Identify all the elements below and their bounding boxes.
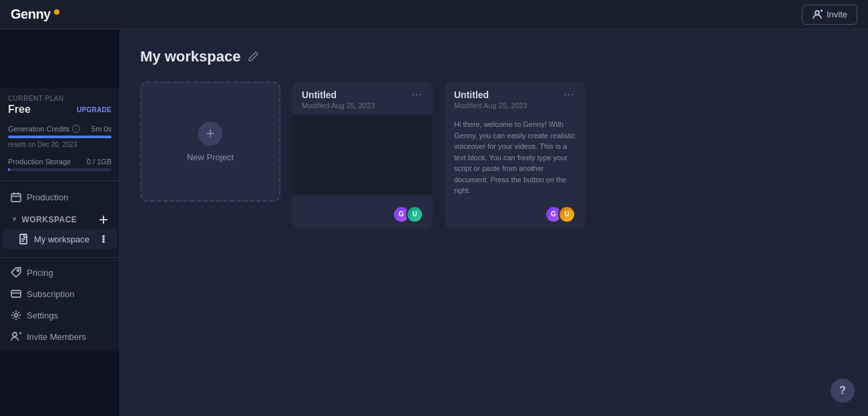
svg-point-13: [103, 238, 104, 240]
project-card-1-footer: G U: [292, 200, 433, 228]
project-card-2[interactable]: Untitled Modified Aug 25, 2023 ⋯ Hi ther…: [445, 81, 585, 228]
svg-point-15: [17, 270, 19, 272]
workspace-header[interactable]: ▲ Workspace: [3, 210, 117, 229]
avatar-4: U: [558, 206, 576, 223]
subscription-icon: [11, 288, 21, 299]
invite-button[interactable]: Invite: [802, 5, 857, 25]
production-label: Production: [27, 192, 68, 202]
subscription-label: Subscription: [27, 289, 75, 299]
storage-progress-bar: [8, 168, 112, 171]
resets-text: resets on Dec 20, 2023: [8, 141, 112, 148]
storage-section: Production Storage 0 / 1GB: [0, 154, 120, 181]
topbar: Genny Invite: [0, 0, 868, 29]
project-card-1[interactable]: Untitled Modified Aug 25, 2023 ⋯ G U: [292, 81, 433, 228]
sidebar-thumbnail: [0, 29, 120, 88]
project-card-2-date: Modified Aug 25, 2023: [454, 101, 527, 110]
svg-point-19: [13, 333, 17, 337]
main-layout: Current Plan Free UPGRADE Generation Cre…: [0, 29, 868, 416]
project-card-2-title: Untitled: [454, 89, 527, 100]
sidebar: Current Plan Free UPGRADE Generation Cre…: [0, 29, 120, 416]
svg-rect-16: [11, 290, 21, 297]
logo-text: Genny: [11, 7, 51, 22]
sidebar-item-pricing[interactable]: Pricing: [3, 262, 117, 283]
invite-members-label: Invite Members: [27, 332, 86, 342]
credits-value: 5m 0s: [91, 125, 112, 133]
svg-point-18: [15, 314, 18, 317]
invite-members-icon: [11, 331, 21, 342]
sidebar-item-workspace[interactable]: My workspace: [3, 229, 117, 249]
new-project-card[interactable]: + New Project: [140, 81, 280, 202]
new-project-label: New Project: [187, 152, 234, 162]
calendar-icon: [11, 192, 21, 202]
sidebar-bottom-thumbnail: [0, 351, 120, 416]
project-card-1-preview: [292, 115, 433, 195]
project-card-2-header: Untitled Modified Aug 25, 2023 ⋯: [445, 81, 585, 115]
sidebar-item-subscription[interactable]: Subscription: [3, 283, 117, 304]
tag-icon: [11, 267, 21, 278]
chevron-up-icon: ▲: [11, 216, 17, 224]
project-card-2-footer: G U: [445, 200, 585, 228]
storage-value: 0 / 1GB: [87, 158, 112, 166]
credits-row: Generation Credits i 5m 0s: [8, 125, 112, 133]
info-icon: i: [72, 125, 80, 133]
workspace-header-left: ▲ Workspace: [11, 215, 77, 224]
svg-rect-3: [11, 194, 21, 202]
sidebar-nav: Production ▲ Workspace: [0, 181, 120, 257]
credits-label: Generation Credits i: [8, 125, 80, 133]
logo-dot: [54, 9, 59, 15]
content-header: My workspace: [140, 48, 848, 65]
avatar-group-1: G U: [393, 206, 423, 223]
sidebar-bottom: Pricing Subscription Settings: [0, 257, 120, 351]
cards-grid: + New Project Untitled Modified Aug 25, …: [140, 81, 848, 228]
svg-point-14: [103, 241, 104, 242]
svg-point-12: [103, 236, 104, 237]
plan-section: Current Plan Free UPGRADE: [0, 88, 120, 120]
file-icon: [19, 234, 29, 244]
add-workspace-icon[interactable]: [98, 214, 109, 225]
gear-icon: [11, 310, 21, 321]
pricing-label: Pricing: [27, 268, 53, 278]
workspace-more-icon[interactable]: [98, 234, 109, 244]
workspace-section: ▲ Workspace: [0, 208, 120, 252]
project-card-1-info: Untitled Modified Aug 25, 2023: [302, 89, 375, 110]
workspace-item-left: My workspace: [19, 234, 89, 244]
workspace-section-label: Workspace: [21, 215, 77, 224]
person-icon: [812, 9, 823, 20]
content-area: My workspace + New Project Untitled Modi…: [120, 29, 868, 416]
invite-button-label: Invite: [827, 9, 847, 19]
storage-progress-fill: [8, 168, 10, 171]
edit-icon[interactable]: [247, 51, 259, 63]
project-card-1-title: Untitled: [302, 89, 375, 100]
credits-progress-fill: [8, 136, 112, 138]
plan-row: Free UPGRADE: [8, 103, 112, 116]
sidebar-item-settings[interactable]: Settings: [3, 304, 117, 326]
sidebar-item-production[interactable]: Production: [3, 186, 117, 208]
settings-label: Settings: [27, 310, 58, 321]
upgrade-button[interactable]: UPGRADE: [77, 106, 112, 114]
project-card-2-info: Untitled Modified Aug 25, 2023: [454, 89, 527, 110]
logo: Genny: [11, 7, 59, 22]
plan-name: Free: [8, 103, 31, 116]
workspace-item-label: My workspace: [34, 234, 89, 244]
storage-label: Production Storage: [8, 158, 71, 166]
avatar-group-2: G U: [545, 206, 576, 223]
project-card-1-date: Modified Aug 25, 2023: [302, 101, 375, 110]
project-card-1-header: Untitled Modified Aug 25, 2023 ⋯: [292, 81, 433, 115]
storage-row: Production Storage 0 / 1GB: [8, 158, 112, 166]
credits-progress-bar: [8, 136, 112, 138]
project-card-2-body: Hi there, welcome to Genny! With Genny, …: [445, 115, 585, 200]
page-title: My workspace: [140, 48, 240, 65]
sidebar-item-invite-members[interactable]: Invite Members: [3, 326, 117, 347]
project-card-2-more-button[interactable]: ⋯: [562, 89, 576, 100]
help-button[interactable]: ?: [831, 379, 855, 403]
avatar-2: U: [406, 206, 423, 223]
project-card-1-more-button[interactable]: ⋯: [410, 89, 423, 100]
current-plan-label: Current Plan: [8, 95, 112, 102]
plus-circle: +: [198, 122, 222, 146]
credits-section: Generation Credits i 5m 0s resets on Dec…: [0, 120, 120, 154]
